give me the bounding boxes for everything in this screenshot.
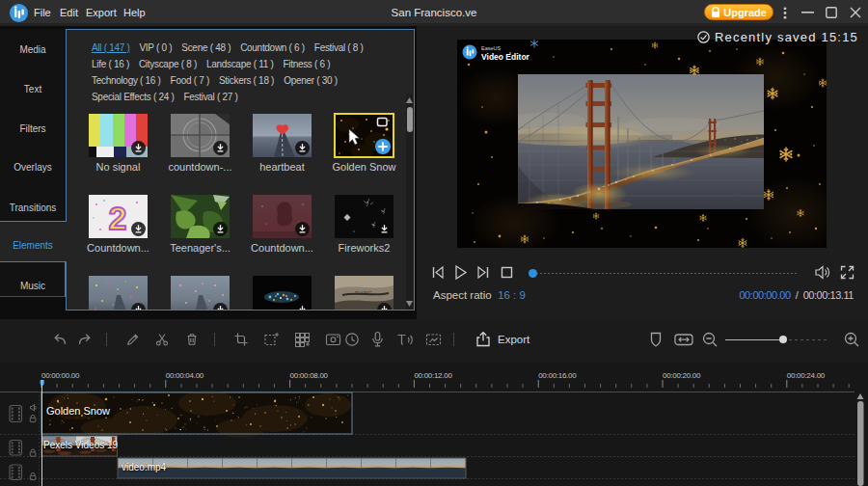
svg-text:00:00:16.00: 00:00:16.00 <box>538 371 577 380</box>
svg-text:00:00:20.00: 00:00:20.00 <box>663 371 701 380</box>
svg-text:FLYING: FLYING <box>355 290 372 296</box>
svg-text:00:00:00.00: 00:00:00.00 <box>41 371 80 380</box>
svg-text:00:00:04.00: 00:00:04.00 <box>166 371 204 380</box>
svg-text:EaseUS: EaseUS <box>481 45 502 51</box>
svg-text:Video Editor: Video Editor <box>481 52 530 62</box>
svg-text:00:00:24.00: 00:00:24.00 <box>787 371 826 380</box>
svg-text:2: 2 <box>109 200 127 236</box>
svg-text:00:00:08.00: 00:00:08.00 <box>290 371 329 380</box>
svg-text:00:00:12.00: 00:00:12.00 <box>414 371 452 380</box>
